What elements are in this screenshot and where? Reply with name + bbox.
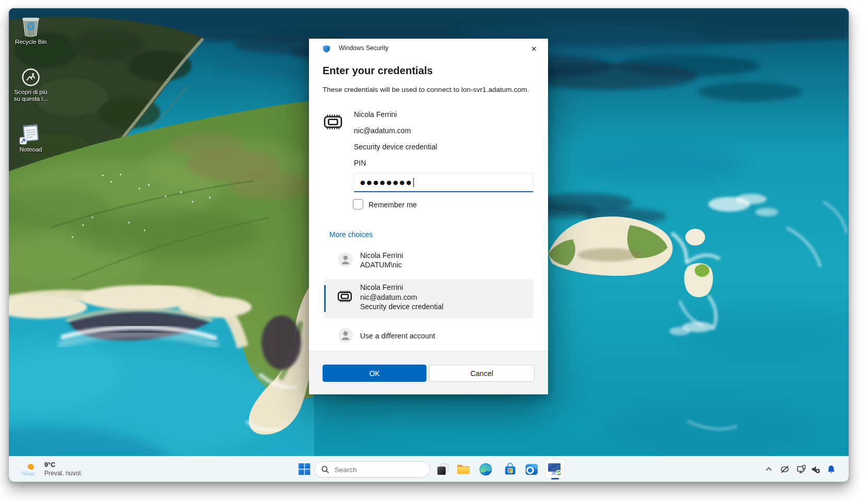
desktop: ♻ Recycle Bin Scopri di più su questa i.… bbox=[9, 8, 849, 482]
notification-bell-icon bbox=[826, 464, 836, 474]
weather-condition: Preval. nuvol. bbox=[44, 470, 82, 477]
start-button[interactable] bbox=[294, 459, 314, 479]
selection-accent-bar bbox=[324, 285, 326, 312]
pin-label: PIN bbox=[354, 159, 366, 167]
choice-detail: nic@adatum.com bbox=[360, 293, 417, 302]
pin-input[interactable]: ●●●●●●●● bbox=[354, 173, 533, 192]
remote-desktop-screen: ♻ Recycle Bin Scopri di più su questa i.… bbox=[8, 8, 849, 482]
microsoft-store-icon bbox=[503, 462, 517, 476]
credential-choice-security-device-selected[interactable]: Nicola Ferrini nic@adatum.com Security d… bbox=[324, 279, 533, 318]
dialog-footer: OK Cancel bbox=[309, 351, 548, 394]
credential-type: Security device credential bbox=[354, 143, 437, 151]
credential-choice-domain-account[interactable]: Nicola Ferrini ADATUM\nic bbox=[309, 248, 548, 273]
dialog-heading: Enter your credentials bbox=[323, 65, 433, 77]
privacy-tray-button[interactable] bbox=[777, 462, 792, 476]
outlook-icon bbox=[525, 462, 539, 476]
person-icon bbox=[338, 252, 353, 267]
credential-choice-different-account[interactable]: Use a different account bbox=[309, 326, 548, 347]
display-tray-button[interactable] bbox=[794, 462, 808, 476]
taskbar-search bbox=[314, 461, 430, 477]
choice-name: Nicola Ferrini bbox=[360, 283, 403, 292]
cancel-button[interactable]: Cancel bbox=[429, 365, 534, 382]
close-icon[interactable]: ✕ bbox=[526, 42, 542, 56]
ok-button[interactable]: OK bbox=[323, 365, 426, 382]
smartcard-chip-icon bbox=[323, 113, 343, 131]
partly-cloudy-icon bbox=[19, 462, 37, 477]
chevron-up-icon bbox=[764, 464, 774, 474]
notepad-icon bbox=[19, 120, 43, 145]
desktop-icon-label: Recycle Bin bbox=[15, 39, 47, 45]
windows-security-dialog: Windows Security ✕ Enter your credential… bbox=[309, 39, 548, 394]
person-icon bbox=[338, 328, 353, 343]
notifications-tray-button[interactable] bbox=[824, 462, 838, 476]
weather-widget[interactable]: 9°C Preval. nuvol. bbox=[16, 460, 94, 479]
dialog-title: Windows Security bbox=[339, 39, 388, 58]
microsoft-edge-icon bbox=[479, 462, 493, 476]
pin-masked-value: ●●●●●●●● bbox=[360, 179, 413, 186]
outlook-button[interactable] bbox=[521, 459, 541, 479]
credential-username: nic@adatum.com bbox=[354, 126, 411, 135]
dialog-description: These credentials will be used to connec… bbox=[323, 86, 537, 93]
remote-desktop-button-active[interactable] bbox=[545, 459, 565, 479]
file-explorer-icon bbox=[456, 462, 471, 476]
desktop-icon-label: Noteoad bbox=[19, 146, 42, 153]
file-explorer-button[interactable] bbox=[454, 459, 473, 479]
desktop-icon-noteoad[interactable]: Noteoad bbox=[9, 120, 53, 153]
windows-logo-icon bbox=[298, 462, 311, 476]
task-view-icon bbox=[436, 462, 450, 476]
taskbar: 9°C Preval. nuvol. bbox=[9, 456, 849, 482]
desktop-icon-spotlight[interactable]: Scopri di più su questa i... bbox=[9, 67, 53, 102]
store-button[interactable] bbox=[500, 459, 520, 479]
remote-desktop-icon bbox=[547, 461, 563, 477]
task-view-button[interactable] bbox=[433, 459, 453, 479]
edge-button[interactable] bbox=[475, 459, 495, 479]
remember-me-label: Remember me bbox=[368, 201, 417, 209]
page-root: { "window": { "title": "Windows Security… bbox=[0, 0, 868, 503]
desktop-icon-label: Scopri di più su questa i... bbox=[14, 89, 47, 102]
text-caret bbox=[413, 178, 414, 187]
more-choices-link[interactable]: More choices bbox=[329, 230, 373, 239]
weather-temperature: 9°C bbox=[44, 461, 55, 469]
volume-tray-button[interactable] bbox=[808, 462, 823, 476]
desktop-icon-recycle-bin[interactable]: ♻ Recycle Bin bbox=[9, 14, 53, 45]
display-device-icon bbox=[796, 464, 806, 474]
choice-detail: ADATUM\nic bbox=[360, 260, 402, 270]
volume-muted-icon bbox=[811, 464, 821, 474]
active-app-indicator bbox=[551, 478, 559, 479]
choice-name: Nicola Ferrini bbox=[360, 251, 403, 260]
windows-security-shield-icon bbox=[322, 44, 331, 53]
remember-me-checkbox[interactable] bbox=[353, 199, 363, 209]
eye-off-icon bbox=[780, 464, 790, 474]
spotlight-image-icon bbox=[20, 67, 41, 88]
choice-detail2: Security device credential bbox=[360, 302, 444, 311]
recycle-symbol-icon: ♻ bbox=[26, 21, 36, 32]
choice-name: Use a different account bbox=[360, 331, 435, 341]
credential-name: Nicola Ferrini bbox=[354, 110, 397, 119]
smartcard-chip-icon bbox=[337, 289, 353, 303]
search-input[interactable] bbox=[334, 462, 424, 477]
search-icon bbox=[321, 465, 329, 474]
hidden-icons-button[interactable] bbox=[762, 462, 776, 476]
